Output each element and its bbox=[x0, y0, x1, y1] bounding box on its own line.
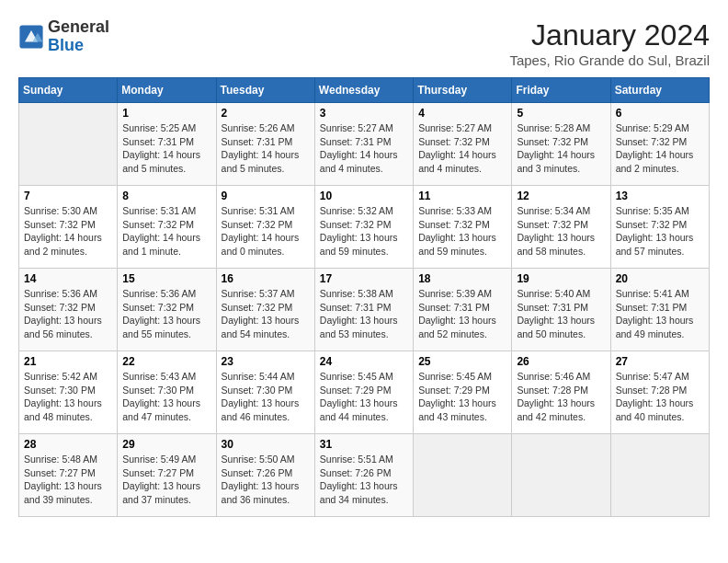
calendar-cell: 11Sunrise: 5:33 AMSunset: 7:32 PMDayligh… bbox=[414, 186, 512, 269]
day-number: 17 bbox=[320, 272, 408, 285]
calendar-cell: 7Sunrise: 5:30 AMSunset: 7:32 PMDaylight… bbox=[19, 186, 118, 269]
day-number: 26 bbox=[517, 355, 605, 368]
day-info: Sunrise: 5:29 AMSunset: 7:32 PMDaylight:… bbox=[616, 121, 704, 176]
logo-icon bbox=[18, 24, 44, 50]
day-info: Sunrise: 5:49 AMSunset: 7:27 PMDaylight:… bbox=[122, 453, 210, 507]
calendar-cell: 3Sunrise: 5:27 AMSunset: 7:31 PMDaylight… bbox=[314, 103, 413, 186]
day-number: 19 bbox=[517, 272, 605, 285]
day-number: 5 bbox=[517, 107, 605, 120]
calendar-cell: 17Sunrise: 5:38 AMSunset: 7:31 PMDayligh… bbox=[314, 269, 413, 351]
calendar-cell: 27Sunrise: 5:47 AMSunset: 7:28 PMDayligh… bbox=[610, 351, 709, 434]
day-number: 9 bbox=[222, 190, 310, 202]
day-number: 15 bbox=[122, 272, 210, 285]
calendar-cell bbox=[512, 434, 610, 517]
day-info: Sunrise: 5:42 AMSunset: 7:30 PMDaylight:… bbox=[24, 370, 112, 424]
day-info: Sunrise: 5:48 AMSunset: 7:27 PMDaylight:… bbox=[24, 453, 112, 507]
weekday-header-tuesday: Tuesday bbox=[216, 78, 314, 103]
calendar-week-row: 21Sunrise: 5:42 AMSunset: 7:30 PMDayligh… bbox=[19, 351, 710, 434]
calendar-cell bbox=[414, 434, 512, 517]
month-title: January 2024 bbox=[509, 18, 710, 52]
day-number: 18 bbox=[418, 272, 506, 285]
calendar-header-row: SundayMondayTuesdayWednesdayThursdayFrid… bbox=[19, 78, 710, 103]
calendar-table: SundayMondayTuesdayWednesdayThursdayFrid… bbox=[18, 77, 710, 517]
calendar-cell: 12Sunrise: 5:34 AMSunset: 7:32 PMDayligh… bbox=[512, 186, 610, 269]
calendar-cell: 2Sunrise: 5:26 AMSunset: 7:31 PMDaylight… bbox=[216, 103, 314, 186]
day-info: Sunrise: 5:51 AMSunset: 7:26 PMDaylight:… bbox=[320, 453, 408, 507]
day-number: 12 bbox=[517, 190, 605, 202]
day-number: 28 bbox=[24, 438, 112, 451]
day-info: Sunrise: 5:43 AMSunset: 7:30 PMDaylight:… bbox=[122, 370, 210, 424]
logo-general-text: General bbox=[48, 17, 109, 36]
weekday-header-saturday: Saturday bbox=[610, 78, 709, 103]
calendar-cell: 1Sunrise: 5:25 AMSunset: 7:31 PMDaylight… bbox=[118, 103, 216, 186]
day-info: Sunrise: 5:46 AMSunset: 7:28 PMDaylight:… bbox=[517, 370, 605, 424]
calendar-cell: 25Sunrise: 5:45 AMSunset: 7:29 PMDayligh… bbox=[414, 351, 512, 434]
day-number: 7 bbox=[24, 190, 112, 202]
logo-blue-text: Blue bbox=[48, 36, 84, 54]
weekday-header-monday: Monday bbox=[118, 78, 216, 103]
day-info: Sunrise: 5:27 AMSunset: 7:31 PMDaylight:… bbox=[320, 121, 408, 176]
calendar-cell: 29Sunrise: 5:49 AMSunset: 7:27 PMDayligh… bbox=[118, 434, 216, 517]
weekday-header-thursday: Thursday bbox=[414, 78, 512, 103]
day-info: Sunrise: 5:36 AMSunset: 7:32 PMDaylight:… bbox=[122, 287, 210, 341]
calendar-cell: 9Sunrise: 5:31 AMSunset: 7:32 PMDaylight… bbox=[216, 186, 314, 269]
calendar-cell: 16Sunrise: 5:37 AMSunset: 7:32 PMDayligh… bbox=[216, 269, 314, 351]
calendar-week-row: 1Sunrise: 5:25 AMSunset: 7:31 PMDaylight… bbox=[19, 103, 710, 186]
calendar-cell bbox=[19, 103, 118, 186]
title-block: January 2024 Tapes, Rio Grande do Sul, B… bbox=[509, 18, 710, 68]
calendar-week-row: 28Sunrise: 5:48 AMSunset: 7:27 PMDayligh… bbox=[19, 434, 710, 517]
weekday-header-sunday: Sunday bbox=[19, 78, 118, 103]
day-number: 14 bbox=[24, 272, 112, 285]
calendar-week-row: 7Sunrise: 5:30 AMSunset: 7:32 PMDaylight… bbox=[19, 186, 710, 269]
day-info: Sunrise: 5:31 AMSunset: 7:32 PMDaylight:… bbox=[222, 204, 310, 259]
day-number: 20 bbox=[616, 272, 704, 285]
day-number: 23 bbox=[222, 355, 310, 368]
calendar-cell bbox=[610, 434, 709, 517]
calendar-cell: 26Sunrise: 5:46 AMSunset: 7:28 PMDayligh… bbox=[512, 351, 610, 434]
day-number: 3 bbox=[320, 107, 408, 120]
day-number: 2 bbox=[222, 107, 310, 120]
day-number: 30 bbox=[222, 438, 310, 451]
day-info: Sunrise: 5:36 AMSunset: 7:32 PMDaylight:… bbox=[24, 287, 112, 341]
calendar-cell: 21Sunrise: 5:42 AMSunset: 7:30 PMDayligh… bbox=[19, 351, 118, 434]
calendar-cell: 18Sunrise: 5:39 AMSunset: 7:31 PMDayligh… bbox=[414, 269, 512, 351]
calendar-cell: 22Sunrise: 5:43 AMSunset: 7:30 PMDayligh… bbox=[118, 351, 216, 434]
day-number: 29 bbox=[122, 438, 210, 451]
day-number: 25 bbox=[418, 355, 506, 368]
day-info: Sunrise: 5:31 AMSunset: 7:32 PMDaylight:… bbox=[122, 204, 210, 259]
calendar-cell: 19Sunrise: 5:40 AMSunset: 7:31 PMDayligh… bbox=[512, 269, 610, 351]
calendar-week-row: 14Sunrise: 5:36 AMSunset: 7:32 PMDayligh… bbox=[19, 269, 710, 351]
calendar-cell: 8Sunrise: 5:31 AMSunset: 7:32 PMDaylight… bbox=[118, 186, 216, 269]
calendar-cell: 23Sunrise: 5:44 AMSunset: 7:30 PMDayligh… bbox=[216, 351, 314, 434]
day-info: Sunrise: 5:30 AMSunset: 7:32 PMDaylight:… bbox=[24, 204, 112, 259]
day-number: 11 bbox=[418, 190, 506, 202]
calendar-cell: 28Sunrise: 5:48 AMSunset: 7:27 PMDayligh… bbox=[19, 434, 118, 517]
calendar-cell: 24Sunrise: 5:45 AMSunset: 7:29 PMDayligh… bbox=[314, 351, 413, 434]
day-info: Sunrise: 5:32 AMSunset: 7:32 PMDaylight:… bbox=[320, 204, 408, 259]
day-info: Sunrise: 5:26 AMSunset: 7:31 PMDaylight:… bbox=[222, 121, 310, 176]
day-info: Sunrise: 5:33 AMSunset: 7:32 PMDaylight:… bbox=[418, 204, 506, 259]
calendar-cell: 6Sunrise: 5:29 AMSunset: 7:32 PMDaylight… bbox=[610, 103, 709, 186]
day-info: Sunrise: 5:47 AMSunset: 7:28 PMDaylight:… bbox=[616, 370, 704, 424]
day-info: Sunrise: 5:44 AMSunset: 7:30 PMDaylight:… bbox=[222, 370, 310, 424]
day-info: Sunrise: 5:28 AMSunset: 7:32 PMDaylight:… bbox=[517, 121, 605, 176]
day-info: Sunrise: 5:50 AMSunset: 7:26 PMDaylight:… bbox=[222, 453, 310, 507]
calendar-cell: 20Sunrise: 5:41 AMSunset: 7:31 PMDayligh… bbox=[610, 269, 709, 351]
calendar-cell: 13Sunrise: 5:35 AMSunset: 7:32 PMDayligh… bbox=[610, 186, 709, 269]
calendar-cell: 10Sunrise: 5:32 AMSunset: 7:32 PMDayligh… bbox=[314, 186, 413, 269]
day-number: 8 bbox=[122, 190, 210, 202]
weekday-header-wednesday: Wednesday bbox=[314, 78, 413, 103]
day-number: 24 bbox=[320, 355, 408, 368]
calendar-cell: 31Sunrise: 5:51 AMSunset: 7:26 PMDayligh… bbox=[314, 434, 413, 517]
day-info: Sunrise: 5:45 AMSunset: 7:29 PMDaylight:… bbox=[418, 370, 506, 424]
calendar-body: 1Sunrise: 5:25 AMSunset: 7:31 PMDaylight… bbox=[19, 103, 710, 517]
day-number: 10 bbox=[320, 190, 408, 202]
day-info: Sunrise: 5:39 AMSunset: 7:31 PMDaylight:… bbox=[418, 287, 506, 341]
day-info: Sunrise: 5:37 AMSunset: 7:32 PMDaylight:… bbox=[222, 287, 310, 341]
weekday-header-friday: Friday bbox=[512, 78, 610, 103]
day-info: Sunrise: 5:41 AMSunset: 7:31 PMDaylight:… bbox=[616, 287, 704, 341]
calendar-cell: 4Sunrise: 5:27 AMSunset: 7:32 PMDaylight… bbox=[414, 103, 512, 186]
location-title: Tapes, Rio Grande do Sul, Brazil bbox=[509, 52, 710, 68]
day-info: Sunrise: 5:34 AMSunset: 7:32 PMDaylight:… bbox=[517, 204, 605, 259]
day-info: Sunrise: 5:45 AMSunset: 7:29 PMDaylight:… bbox=[320, 370, 408, 424]
